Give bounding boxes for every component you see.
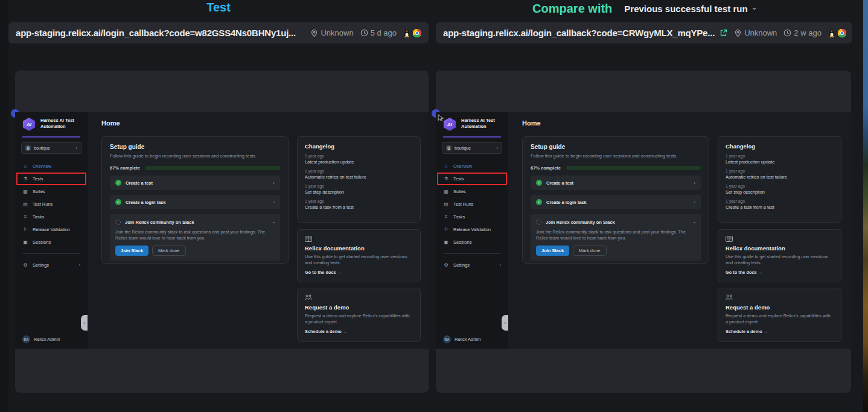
changelog-time: 1 year ago — [305, 199, 413, 203]
changelog-text: Latest production update — [305, 159, 413, 165]
mark-done-button[interactable]: Mark done — [152, 246, 185, 256]
sidebar-collapse-handle[interactable]: ‹ — [81, 315, 88, 331]
setup-item-create-test[interactable]: Create a test › — [531, 176, 701, 190]
location-value: Unknown — [321, 28, 353, 37]
changelog-entry: 1 year ago Set step description — [305, 184, 413, 195]
schedule-demo-link[interactable]: Schedule a demo → — [726, 329, 834, 334]
sidebar-item-test-runs[interactable]: ▤ Test Runs — [436, 198, 508, 211]
project-selector[interactable]: B boutique › — [442, 142, 502, 154]
changelog-time: 1 year ago — [726, 184, 834, 188]
setup-item-description: Join the Relicx community slack to ask q… — [115, 229, 275, 241]
sidebar-item-settings[interactable]: ⚙ Settings › — [15, 259, 88, 271]
sidebar-item-overview[interactable]: ⌂ Overview — [436, 160, 508, 173]
go-to-docs-link[interactable]: Go to the docs → — [726, 270, 834, 275]
setup-item-create-test[interactable]: Create a test › — [110, 176, 280, 190]
location-pin-icon — [310, 29, 318, 37]
test-url: app-staging.relicx.ai/login_callback?cod… — [16, 28, 296, 38]
setup-item-join-slack-header[interactable]: Join Relicx community on Slack › — [536, 218, 695, 226]
project-name: boutique — [455, 146, 471, 150]
go-to-docs-link[interactable]: Go to the docs → — [305, 270, 413, 275]
sidebar-item-sessions[interactable]: ▣ Sessions — [15, 236, 88, 249]
changelog-time: 1 year ago — [305, 154, 413, 158]
nav-label: Tasks — [453, 214, 465, 220]
sidebar-item-test-runs[interactable]: ▤ Test Runs — [15, 198, 88, 211]
sidebar-item-release-validation[interactable]: ⚐ Release Validation — [436, 223, 508, 236]
check-icon — [536, 180, 542, 186]
user-account[interactable]: RA Relicx Admin — [15, 335, 88, 349]
external-link-icon[interactable] — [720, 29, 727, 37]
compare-run-selector[interactable]: Previous successful test run › — [624, 4, 756, 14]
project-initial-badge: B — [446, 145, 452, 151]
user-account[interactable]: RA Relicx Admin — [436, 335, 508, 349]
sidebar-item-suites[interactable]: ▦ Suites — [436, 185, 508, 198]
setup-item-create-login-task[interactable]: Create a login task › — [110, 195, 280, 209]
sidebar-item-tasks[interactable]: ≡ Tasks — [15, 211, 88, 223]
sidebar-item-tests[interactable]: ⚗ Tests — [436, 173, 508, 185]
compare-url-meta: Unknown 2 w ago — [727, 28, 846, 37]
sidebar-divider — [22, 136, 80, 138]
project-selector[interactable]: B boutique › — [21, 142, 81, 154]
progress-label: 67% complete — [110, 165, 140, 171]
page-title: Home — [101, 119, 120, 127]
left-gutter — [0, 0, 8, 412]
sidebar-item-settings[interactable]: ⚙ Settings › — [436, 259, 508, 271]
background-image-edge — [863, 0, 868, 412]
compare-with-label: Compare with — [532, 2, 612, 16]
location-value: Unknown — [744, 28, 777, 37]
changelog-card: Changelog 1 year ago Latest production u… — [718, 136, 841, 223]
app-main: Home Setup guide Follow this guide to be… — [508, 112, 851, 349]
sidebar-item-tests[interactable]: ⚗ Tests — [15, 173, 88, 185]
home-icon: ⌂ — [443, 163, 449, 169]
changelog-text: Create a task from a test — [305, 204, 413, 210]
chrome-browser-icon — [413, 29, 421, 37]
app-sidebar: AI Harness AI Test Automation B boutique… — [436, 112, 508, 349]
chevron-right-icon: › — [75, 145, 77, 151]
sidebar-item-release-validation[interactable]: ⚐ Release Validation — [15, 223, 88, 236]
changelog-time: 1 year ago — [305, 169, 413, 173]
app-main: Home Setup guide Follow this guide to be… — [88, 112, 429, 349]
project-name: boutique — [34, 146, 50, 150]
chevron-right-icon: › — [273, 180, 275, 186]
location-pin-icon — [734, 29, 742, 37]
flag-icon: ⚐ — [443, 227, 449, 232]
brand-name: Harness AI Test Automation — [40, 118, 80, 130]
nav-divider — [22, 253, 80, 254]
join-slack-button[interactable]: Join Slack — [115, 246, 148, 256]
flask-icon: ⚗ — [443, 176, 449, 182]
changelog-entry: 1 year ago Automatic retries on test fai… — [726, 169, 834, 180]
chevron-right-icon: › — [500, 263, 501, 267]
docs-description: Use this guide to get started recording … — [726, 254, 834, 266]
linux-os-icon — [403, 29, 410, 37]
join-slack-button[interactable]: Join Slack — [536, 246, 569, 256]
nav-label: Test Runs — [33, 201, 53, 207]
sidebar-item-overview[interactable]: ⌂ Overview — [15, 160, 88, 173]
chevron-right-icon: › — [694, 180, 695, 186]
runs-icon: ▤ — [22, 201, 28, 207]
setup-item-label: Join Relicx community on Slack — [125, 220, 194, 225]
sidebar-collapse-handle[interactable]: ‹ — [502, 315, 508, 331]
nav-label: Sessions — [453, 239, 471, 245]
setup-item-description: Join the Relicx community slack to ask q… — [536, 229, 695, 241]
setup-item-label: Create a test — [126, 180, 153, 186]
nav-label: Sessions — [33, 239, 51, 245]
page-title: Home — [522, 119, 541, 127]
schedule-demo-link[interactable]: Schedule a demo → — [305, 329, 413, 334]
mark-done-button[interactable]: Mark done — [573, 246, 606, 256]
check-icon — [115, 199, 121, 205]
documentation-card: Relicx documentation Use this guide to g… — [297, 229, 421, 282]
setup-item-create-login-task[interactable]: Create a login task › — [531, 195, 701, 209]
setup-item-join-slack-header[interactable]: Join Relicx community on Slack › — [115, 218, 275, 226]
docs-description: Use this guide to get started recording … — [305, 254, 413, 266]
app-sidebar: AI Harness AI Test Automation B boutique… — [15, 112, 88, 349]
app-screenshot: AI Harness AI Test Automation B boutique… — [15, 112, 429, 349]
project-initial-badge: B — [25, 145, 31, 151]
sidebar-item-suites[interactable]: ▦ Suites — [15, 185, 88, 198]
sidebar-item-tasks[interactable]: ≡ Tasks — [436, 211, 508, 223]
test-screenshot-panel: AI Harness AI Test Automation B boutique… — [15, 71, 429, 393]
changelog-text: Set step description — [726, 189, 834, 195]
test-url-meta: Unknown 5 d ago — [304, 28, 421, 37]
nav-label: Suites — [453, 189, 466, 194]
book-icon — [305, 236, 413, 242]
sidebar-item-sessions[interactable]: ▣ Sessions — [436, 236, 508, 249]
setup-guide-title: Setup guide — [110, 144, 280, 150]
